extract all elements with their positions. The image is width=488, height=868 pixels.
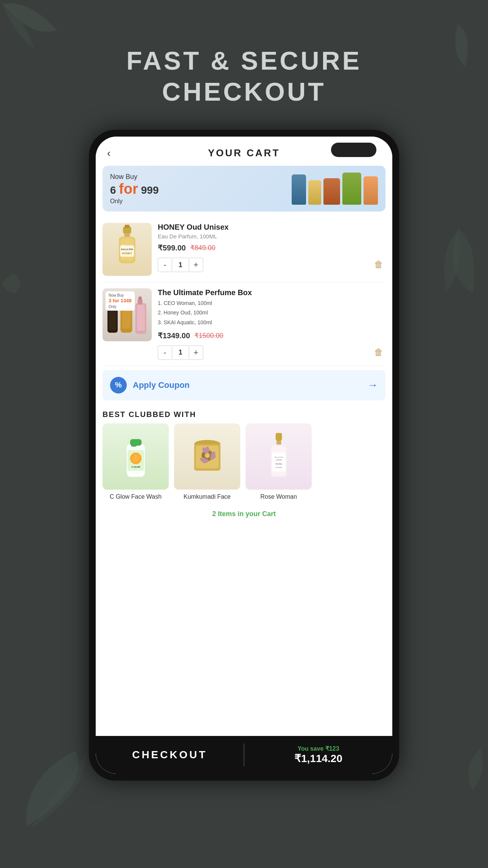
item-1-qty-decrease[interactable]: - [158, 258, 172, 272]
cart-item-1: BELLA VITA HONEY HONEY Oud Unisex Eau De… [103, 217, 385, 282]
banner-prefix: Now Buy [110, 173, 159, 181]
item-2-details: The Ultimate Perfume Box 1. CEO Woman, 1… [158, 288, 385, 360]
phone-camera [331, 143, 376, 157]
banner-product-5 [364, 176, 378, 205]
clubbed-item-1[interactable]: C-GLOW C Glow Face Wash [103, 423, 169, 500]
total-price: ₹1,114.20 [294, 752, 342, 765]
banner-product-2 [308, 180, 321, 205]
svg-rect-40 [276, 441, 281, 445]
svg-rect-18 [137, 305, 145, 331]
svg-text:HONEY: HONEY [122, 252, 132, 255]
item-1-name: HONEY Oud Unisex [158, 223, 385, 232]
clubbed-item-1-name: C Glow Face Wash [103, 493, 169, 500]
item-1-qty-value: 1 [172, 258, 189, 272]
svg-text:BELLA VITA: BELLA VITA [274, 456, 283, 458]
svg-text:C-GLOW: C-GLOW [131, 466, 140, 468]
item-1-qty-increase[interactable]: + [189, 258, 203, 272]
item-1-price-original: ₹849.00 [190, 244, 215, 252]
svg-rect-39 [275, 433, 282, 441]
checkout-label: CHECKOUT [132, 749, 207, 761]
item-1-image: BELLA VITA HONEY [103, 223, 152, 276]
item-2-name: The Ultimate Perfume Box [158, 288, 385, 297]
phone-frame: ‹ YOUR CART Now Buy 6 for 999 Only [89, 130, 399, 781]
clubbed-item-3[interactable]: BELLA VITA LUXURY ROSE WOMAN Rose Woman [246, 423, 312, 500]
item-2-image: Now Buy 3 for 1349 Only [103, 288, 152, 341]
coupon-label: Apply Coupon [133, 380, 361, 390]
item-2-qty-increase[interactable]: + [189, 345, 203, 360]
item-2-qty-value: 1 [172, 345, 189, 360]
clubbed-item-2[interactable]: Kumkumadi Face [174, 423, 240, 500]
svg-rect-2 [124, 233, 130, 237]
phone-screen: ‹ YOUR CART Now Buy 6 for 999 Only [96, 137, 392, 774]
svg-text:WOMAN: WOMAN [275, 466, 281, 468]
checkout-bar: CHECKOUT You save ₹123 ₹1,114.20 [96, 736, 392, 774]
checkout-button[interactable]: CHECKOUT [96, 736, 244, 774]
svg-rect-20 [138, 296, 141, 299]
cart-items: BELLA VITA HONEY HONEY Oud Unisex Eau De… [96, 217, 392, 366]
svg-rect-1 [125, 225, 130, 228]
page-title: FAST & SECURE CHECKOUT [126, 45, 362, 107]
item-2-footer: - 1 + 🗑 [158, 345, 385, 360]
item-1-footer: - 1 + 🗑 [158, 257, 385, 272]
back-button[interactable]: ‹ [107, 147, 110, 159]
banner-products [292, 173, 378, 205]
svg-rect-43 [272, 453, 286, 471]
svg-text:ROSE: ROSE [275, 462, 282, 465]
savings-text: You save ₹123 [297, 745, 339, 752]
cart-item-2: Now Buy 3 for 1349 Only [103, 282, 385, 366]
item-1-price-current: ₹599.00 [158, 243, 186, 252]
coupon-icon: % [110, 377, 127, 394]
coupon-bar[interactable]: % Apply Coupon → [103, 370, 385, 400]
coupon-arrow-icon: → [367, 379, 378, 391]
item-2-prices: ₹1349.00 ₹1500.00 [158, 331, 385, 340]
clubbed-products: C-GLOW C Glow Face Wash [96, 423, 392, 507]
clubbed-item-1-image: C-GLOW [103, 423, 169, 490]
clubbed-item-2-image [174, 423, 240, 490]
clubbed-item-2-name: Kumkumadi Face [174, 493, 240, 500]
clubbed-item-3-image: BELLA VITA LUXURY ROSE WOMAN [246, 423, 312, 490]
banner-product-4 [342, 173, 361, 205]
svg-point-38 [205, 453, 210, 458]
banner-product-1 [292, 174, 306, 205]
item-2-qty-decrease[interactable]: - [158, 345, 172, 360]
item-2-delete-button[interactable]: 🗑 [372, 345, 385, 360]
svg-point-8 [122, 244, 124, 250]
item-1-prices: ₹599.00 ₹849.00 [158, 243, 385, 252]
svg-text:LUXURY: LUXURY [275, 459, 282, 461]
item-2-qty-controls: - 1 + [158, 345, 203, 360]
item-1-subtitle: Eau De Parfum, 100ML [158, 233, 385, 240]
promo-banner[interactable]: Now Buy 6 for 999 Only [103, 166, 385, 212]
clubbed-item-3-name: Rose Woman [246, 493, 312, 500]
svg-rect-19 [138, 299, 142, 305]
checkout-price-section: You save ₹123 ₹1,114.20 [244, 745, 392, 765]
banner-product-3 [323, 178, 340, 205]
cart-count: 2 Items in your Cart [96, 507, 392, 522]
banner-text: Now Buy 6 for 999 Only [110, 173, 159, 205]
clubbed-section-title: BEST CLUBBED WITH [96, 404, 392, 423]
banner-deal: 6 for 999 [110, 181, 159, 197]
banner-suffix: Only [110, 198, 159, 205]
item-1-delete-button[interactable]: 🗑 [372, 257, 385, 272]
cart-title: YOUR CART [208, 147, 280, 159]
item-2-price-current: ₹1349.00 [158, 331, 190, 340]
screen-content: ‹ YOUR CART Now Buy 6 for 999 Only [96, 137, 392, 774]
item-2-price-original: ₹1500.00 [194, 331, 223, 340]
item-2-list: 1. CEO Woman, 100ml 2. Honey Oud, 100ml … [158, 299, 385, 327]
item-1-details: HONEY Oud Unisex Eau De Parfum, 100ML ₹5… [158, 223, 385, 276]
svg-point-26 [132, 454, 140, 463]
item-1-qty-controls: - 1 + [158, 258, 203, 272]
